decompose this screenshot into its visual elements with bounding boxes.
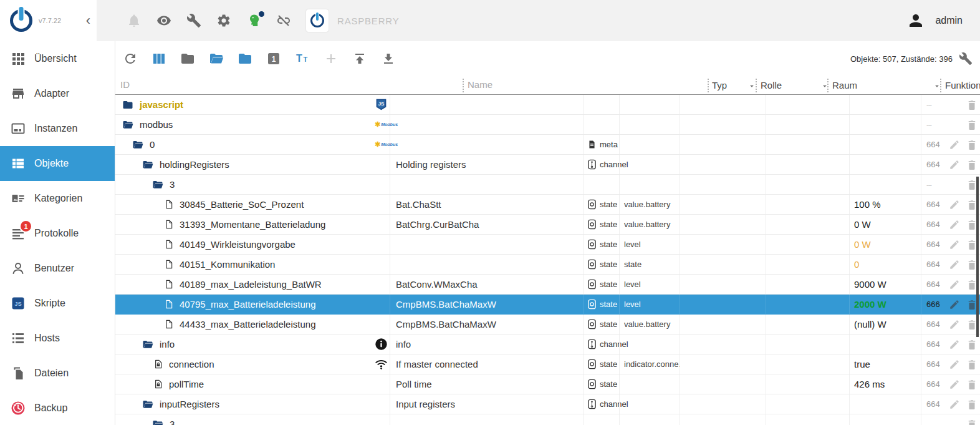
vertical-scrollbar[interactable] bbox=[976, 177, 979, 337]
object-id-cell[interactable]: 31393_Momentane_Batterieladung bbox=[115, 215, 373, 234]
tree-row-3[interactable]: 3--- bbox=[115, 414, 980, 425]
column-resize-handle[interactable] bbox=[708, 79, 709, 92]
refresh-icon[interactable] bbox=[123, 51, 138, 66]
delete-icon[interactable] bbox=[966, 119, 978, 130]
object-id-cell[interactable]: connection bbox=[115, 354, 373, 374]
text-size-icon[interactable]: TT bbox=[295, 51, 310, 66]
edit-icon[interactable] bbox=[949, 199, 960, 210]
edit-icon[interactable] bbox=[949, 299, 960, 310]
tree-row-connection[interactable]: connectionIf master connectedstateindica… bbox=[115, 354, 980, 374]
add-object-icon[interactable] bbox=[324, 51, 339, 66]
edit-icon[interactable] bbox=[949, 319, 960, 330]
object-id-cell[interactable]: 3 bbox=[115, 414, 373, 425]
sidebar-item-dateien[interactable]: Dateien bbox=[0, 356, 115, 391]
object-id-cell[interactable]: holdingRegisters bbox=[115, 155, 373, 174]
link-off-icon[interactable] bbox=[276, 13, 291, 28]
tree-row-30845_Batterie_SoC_Prozent[interactable]: 30845_Batterie_SoC_ProzentBat.ChaSttstat… bbox=[115, 195, 980, 215]
object-id-cell[interactable]: pollTime bbox=[115, 374, 373, 394]
edit-icon[interactable] bbox=[949, 379, 960, 390]
visibility-icon[interactable] bbox=[156, 13, 171, 28]
tree-row-31393_Momentane_Batterieladung[interactable]: 31393_Momentane_BatterieladungBatChrg.Cu… bbox=[115, 215, 980, 235]
tree-row-40795_max_Batterieladeleistung[interactable]: 40795_max_BatterieladeleistungCmpBMS.Bat… bbox=[115, 295, 980, 315]
room-filter-select[interactable]: Raum bbox=[832, 80, 857, 90]
collapse-sidebar-button[interactable]: ‹ bbox=[86, 14, 90, 27]
object-value-cell[interactable]: 0 W bbox=[849, 215, 921, 234]
tree-row-modbus[interactable]: modbus✱Modbus--- bbox=[115, 115, 980, 135]
delete-icon[interactable] bbox=[966, 339, 978, 350]
edit-icon[interactable] bbox=[949, 139, 960, 150]
tree-row-40189_max_Ladeleistung_BatWR[interactable]: 40189_max_Ladeleistung_BatWRBatConv.WMax… bbox=[115, 275, 980, 295]
column-resize-handle[interactable] bbox=[756, 79, 757, 92]
delete-icon[interactable] bbox=[966, 379, 978, 390]
delete-icon[interactable] bbox=[966, 159, 978, 170]
delete-icon[interactable] bbox=[966, 399, 978, 410]
object-id-cell[interactable]: 30845_Batterie_SoC_Prozent bbox=[115, 195, 373, 214]
sidebar-item-adapter[interactable]: Adapter bbox=[0, 76, 115, 111]
sidebar-item-objekte[interactable]: Objekte bbox=[0, 146, 115, 181]
tree-row-holdingRegisters[interactable]: holdingRegistersHolding registerschannel… bbox=[115, 155, 980, 175]
object-id-cell[interactable]: javascript bbox=[115, 95, 373, 114]
name-filter-input[interactable]: Name bbox=[468, 79, 492, 90]
download-icon[interactable] bbox=[381, 51, 396, 66]
sidebar-item--bersicht[interactable]: Übersicht bbox=[0, 41, 115, 76]
sidebar-item-hosts[interactable]: Hosts bbox=[0, 321, 115, 356]
object-id-cell[interactable]: 0 bbox=[115, 135, 373, 154]
object-id-cell[interactable]: 40189_max_Ladeleistung_BatWR bbox=[115, 275, 373, 294]
folder-icon[interactable] bbox=[238, 51, 252, 66]
upload-icon[interactable] bbox=[352, 51, 367, 66]
object-id-cell[interactable]: 3 bbox=[115, 175, 373, 194]
object-id-cell[interactable]: info bbox=[115, 335, 373, 354]
tree-row-inputRegisters[interactable]: inputRegistersInput registerschannel664 bbox=[115, 394, 980, 414]
expand-level-1-icon[interactable]: 1 bbox=[266, 51, 281, 66]
column-resize-handle[interactable] bbox=[463, 79, 464, 92]
object-id-cell[interactable]: inputRegisters bbox=[115, 394, 373, 414]
view-columns-icon[interactable] bbox=[151, 51, 166, 66]
object-value-cell[interactable]: 0 bbox=[849, 255, 921, 274]
column-resize-handle[interactable] bbox=[940, 79, 941, 92]
tree-row-info[interactable]: infoinfochannel664 bbox=[115, 335, 980, 354]
notifications-icon[interactable] bbox=[127, 13, 142, 28]
sidebar-item-instanzen[interactable]: Instanzen bbox=[0, 111, 115, 146]
object-id-cell[interactable]: 40795_max_Batterieladeleistung bbox=[115, 295, 373, 314]
tree-row-3[interactable]: 3--- bbox=[115, 175, 980, 195]
object-value-cell[interactable]: (null) W bbox=[849, 315, 921, 334]
edit-icon[interactable] bbox=[949, 339, 960, 350]
delete-icon[interactable] bbox=[966, 419, 978, 425]
function-filter-select[interactable]: Funktion bbox=[945, 80, 980, 90]
tree-row-javascript[interactable]: javascriptJS--- bbox=[115, 95, 980, 115]
edit-icon[interactable] bbox=[949, 219, 960, 230]
tree-row-0[interactable]: 0✱Modbusmeta664 bbox=[115, 135, 980, 155]
tree-row-40151_Kommunikation[interactable]: 40151_Kommunikationstatestate0664 bbox=[115, 255, 980, 275]
delete-icon[interactable] bbox=[966, 139, 978, 150]
delete-icon[interactable] bbox=[966, 359, 978, 370]
edit-icon[interactable] bbox=[949, 159, 960, 170]
column-settings-icon[interactable] bbox=[959, 52, 973, 66]
tree-row-44433_max_Batterieladeleistung[interactable]: 44433_max_BatterieladeleistungCmpBMS.Bat… bbox=[115, 315, 980, 335]
sidebar-item-backup[interactable]: Backup bbox=[0, 391, 115, 425]
sidebar-item-kategorien[interactable]: Kategorien bbox=[0, 181, 115, 216]
expand-all-icon[interactable] bbox=[209, 51, 224, 66]
collapse-all-icon[interactable] bbox=[180, 51, 195, 66]
delete-icon[interactable] bbox=[966, 99, 978, 110]
object-value-cell[interactable]: true bbox=[849, 354, 921, 374]
type-filter-select[interactable]: Typ bbox=[712, 80, 727, 90]
edit-icon[interactable] bbox=[949, 259, 960, 270]
object-value-cell[interactable]: 0 W bbox=[849, 235, 921, 254]
object-value-cell[interactable]: 2000 W bbox=[849, 295, 921, 314]
object-id-cell[interactable]: 40151_Kommunikation bbox=[115, 255, 373, 274]
id-filter-input[interactable]: ID bbox=[120, 79, 130, 90]
object-value-cell[interactable]: 426 ms bbox=[849, 374, 921, 394]
sidebar-item-protokolle[interactable]: 1Protokolle bbox=[0, 216, 115, 251]
edit-icon[interactable] bbox=[949, 359, 960, 370]
user-area[interactable]: admin bbox=[906, 11, 980, 30]
chevron-down-icon[interactable] bbox=[747, 82, 756, 90]
edit-icon[interactable] bbox=[949, 239, 960, 250]
object-id-cell[interactable]: 40149_Wirkleistungvorgabe bbox=[115, 235, 373, 254]
object-value-cell[interactable]: 100 % bbox=[849, 195, 921, 214]
object-value-cell[interactable]: 9000 W bbox=[849, 275, 921, 294]
wrench-icon[interactable] bbox=[186, 13, 201, 28]
tree-row-40149_Wirkleistungvorgabe[interactable]: 40149_Wirkleistungvorgabestatelevel0 W66… bbox=[115, 235, 980, 255]
edit-icon[interactable] bbox=[949, 279, 960, 290]
object-id-cell[interactable]: 44433_max_Batterieladeleistung bbox=[115, 315, 373, 334]
role-filter-select[interactable]: Rolle bbox=[761, 80, 782, 90]
